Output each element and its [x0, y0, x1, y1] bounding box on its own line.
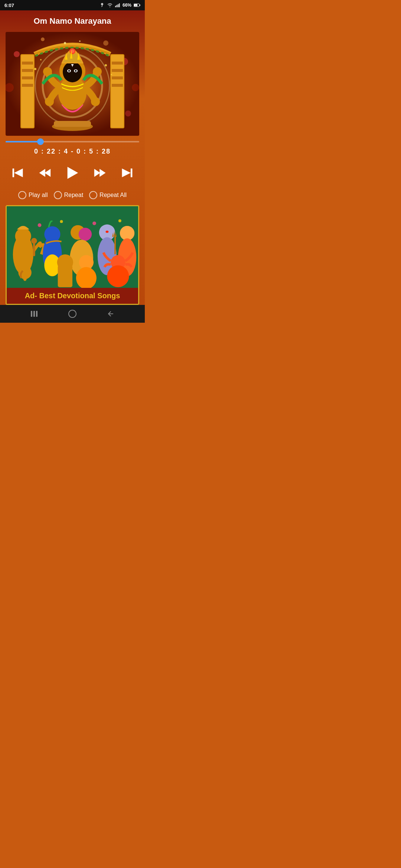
status-time: 6:07: [4, 3, 14, 8]
play-all-radio[interactable]: [18, 191, 26, 199]
svg-point-51: [111, 74, 112, 75]
svg-rect-25: [22, 84, 33, 87]
svg-rect-3: [118, 4, 118, 7]
svg-point-81: [38, 223, 42, 227]
svg-rect-31: [112, 84, 123, 87]
svg-point-9: [14, 51, 20, 57]
svg-rect-55: [131, 168, 133, 177]
svg-point-48: [34, 68, 36, 70]
back-icon: [105, 309, 116, 319]
svg-rect-33: [54, 121, 91, 127]
svg-point-50: [105, 64, 107, 66]
ad-deities-svg: [7, 206, 138, 288]
ad-banner[interactable]: Ad- Best Devotional Songs: [6, 205, 139, 305]
svg-rect-85: [31, 311, 32, 317]
svg-point-74: [23, 275, 27, 281]
svg-rect-59: [33, 241, 35, 256]
repeat-radio[interactable]: [54, 191, 62, 199]
svg-rect-6: [140, 4, 140, 6]
rewind-icon: [38, 166, 51, 180]
svg-rect-69: [114, 236, 116, 254]
svg-point-13: [41, 37, 45, 41]
svg-point-65: [79, 228, 92, 241]
back-button[interactable]: [105, 309, 116, 319]
rewind-button[interactable]: [36, 165, 53, 181]
svg-rect-27: [111, 55, 124, 128]
svg-point-43: [68, 70, 70, 72]
progress-thumb[interactable]: [37, 138, 44, 145]
svg-point-60: [31, 238, 37, 244]
album-art: [6, 32, 139, 136]
status-bar: 6:07 66%: [0, 0, 145, 10]
repeat-option[interactable]: Repeat: [54, 191, 84, 199]
svg-point-82: [60, 220, 63, 223]
repeat-all-label: Repeat All: [100, 192, 127, 198]
home-icon: [67, 309, 78, 319]
time-display: 0 : 22 : 4 - 0 : 5 : 28: [34, 148, 111, 155]
repeat-label: Repeat: [64, 192, 84, 198]
skip-prev-icon: [11, 166, 25, 180]
svg-rect-30: [112, 76, 123, 79]
bottom-nav: [0, 305, 145, 323]
battery-icon: [134, 3, 140, 7]
svg-point-84: [118, 219, 121, 222]
song-title: Om Namo Narayana: [26, 16, 118, 26]
svg-rect-22: [22, 62, 33, 65]
svg-rect-54: [13, 168, 14, 177]
svg-point-12: [125, 111, 131, 116]
svg-point-44: [75, 70, 77, 72]
alarm-icon: [100, 3, 105, 8]
recents-icon: [29, 309, 39, 319]
progress-track[interactable]: [6, 141, 139, 142]
play-button[interactable]: [63, 164, 82, 182]
svg-rect-4: [119, 3, 120, 7]
svg-point-38: [91, 97, 100, 106]
status-right: 66%: [100, 3, 140, 8]
ad-image: [7, 206, 138, 288]
main-content: Om Namo Narayana: [0, 10, 145, 305]
repeat-all-option[interactable]: Repeat All: [89, 191, 127, 199]
svg-rect-23: [22, 69, 33, 72]
svg-rect-24: [22, 76, 33, 79]
play-icon: [65, 165, 80, 181]
ad-footer: Ad- Best Devotional Songs: [7, 288, 138, 304]
svg-point-76: [57, 254, 73, 270]
skip-next-icon: [120, 166, 134, 180]
player-controls: [0, 164, 145, 182]
forward-icon: [94, 166, 107, 180]
skip-prev-button[interactable]: [10, 165, 26, 181]
progress-container[interactable]: [6, 141, 139, 142]
svg-rect-87: [36, 311, 38, 317]
signal-icon: [115, 3, 120, 7]
svg-point-83: [92, 221, 96, 225]
svg-rect-45: [71, 64, 74, 65]
svg-point-16: [132, 84, 139, 91]
svg-point-52: [64, 42, 66, 44]
forward-button[interactable]: [92, 165, 108, 181]
svg-point-70: [105, 231, 108, 233]
svg-point-37: [45, 97, 54, 106]
battery-level: 66%: [123, 3, 131, 8]
skip-next-button[interactable]: [119, 165, 135, 181]
svg-point-53: [79, 40, 81, 42]
play-all-option[interactable]: Play all: [18, 191, 48, 199]
svg-point-80: [107, 265, 129, 287]
playback-modes: Play all Repeat Repeat All: [18, 191, 127, 199]
home-button[interactable]: [67, 309, 78, 319]
svg-rect-29: [112, 69, 123, 72]
svg-point-71: [120, 226, 134, 240]
svg-point-14: [103, 40, 108, 46]
svg-rect-21: [21, 55, 34, 128]
progress-fill: [6, 141, 40, 142]
ad-footer-text: Ad- Best Devotional Songs: [25, 292, 120, 300]
svg-point-88: [69, 310, 76, 318]
recents-button[interactable]: [29, 309, 39, 319]
svg-rect-86: [33, 311, 35, 317]
svg-rect-1: [115, 6, 116, 7]
repeat-all-radio[interactable]: [89, 191, 97, 199]
svg-rect-28: [112, 62, 123, 65]
deity-svg: [6, 32, 139, 136]
wifi-icon: [107, 3, 113, 7]
svg-point-49: [40, 59, 42, 60]
svg-rect-2: [116, 5, 117, 7]
